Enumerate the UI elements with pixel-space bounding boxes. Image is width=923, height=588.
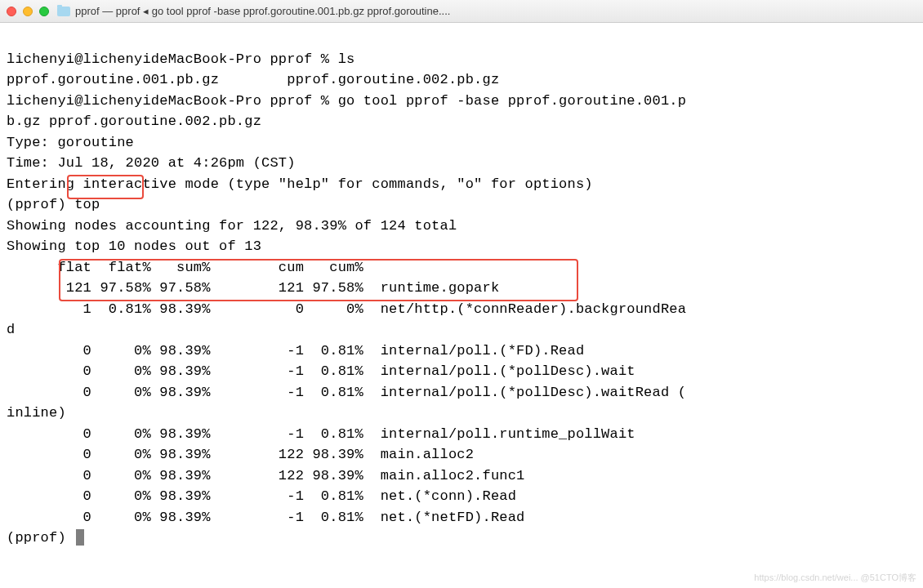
pprof-prompt: (pprof) [7,530,74,546]
pprof-mode: Entering interactive mode (type "help" f… [7,176,593,192]
pprof-time: Time: Jul 18, 2020 at 4:26pm (CST) [7,155,296,171]
pprof-type: Type: goroutine [7,135,134,150]
table-row: 0 0% 98.39% -1 0.81% net.(*conn).Read [7,488,516,504]
table-row: 0 0% 98.39% 122 98.39% main.alloc2 [7,447,474,462]
ls-output: pprof.goroutine.001.pb.gz pprof.goroutin… [7,72,499,87]
prompt-line: lichenyi@lichenyideMacBook-Pro pprof % g… [7,93,686,109]
table-row: 1 0.81% 98.39% 0 0% net/http.(*connReade… [7,301,686,317]
window-title-bar: pprof — pprof ◂ go tool pprof -base ppro… [0,0,923,23]
table-row-cont: d [7,322,15,337]
summary-line: Showing top 10 nodes out of 13 [7,238,261,254]
summary-line: Showing nodes accounting for 122, 98.39%… [7,218,457,234]
window-title: pprof — pprof ◂ go tool pprof -base ppro… [75,3,916,20]
prompt-line-cont: b.gz pprof.goroutine.002.pb.gz [7,114,261,129]
terminal-output[interactable]: lichenyi@lichenyideMacBook-Pro pprof % l… [0,23,923,588]
folder-icon [57,7,70,16]
pprof-prompt-top: (pprof) top [7,197,100,212]
table-row: 0 0% 98.39% 122 98.39% main.alloc2.func1 [7,468,525,483]
table-row: 0 0% 98.39% -1 0.81% net.(*netFD).Read [7,510,525,525]
table-row: 0 0% 98.39% -1 0.81% internal/poll.(*pol… [7,363,635,379]
prompt-line: lichenyi@lichenyideMacBook-Pro pprof % l… [7,51,354,67]
maximize-icon[interactable] [39,7,49,16]
table-row: 0 0% 98.39% -1 0.81% internal/poll.(*pol… [7,385,686,400]
watermark: https://blog.csdn.net/wei... @51CTO博客 [754,572,916,583]
close-icon[interactable] [7,7,16,16]
table-header: flat flat% sum% cum cum% [7,260,363,275]
minimize-icon[interactable] [23,7,33,16]
table-row-cont: inline) [7,405,66,421]
table-row: 0 0% 98.39% -1 0.81% internal/poll.(*FD)… [7,343,584,359]
table-row: 121 97.58% 97.58% 121 97.58% runtime.gop… [7,280,499,296]
table-row: 0 0% 98.39% -1 0.81% internal/poll.runti… [7,426,635,442]
traffic-lights [7,7,49,16]
cursor-icon [76,529,84,546]
